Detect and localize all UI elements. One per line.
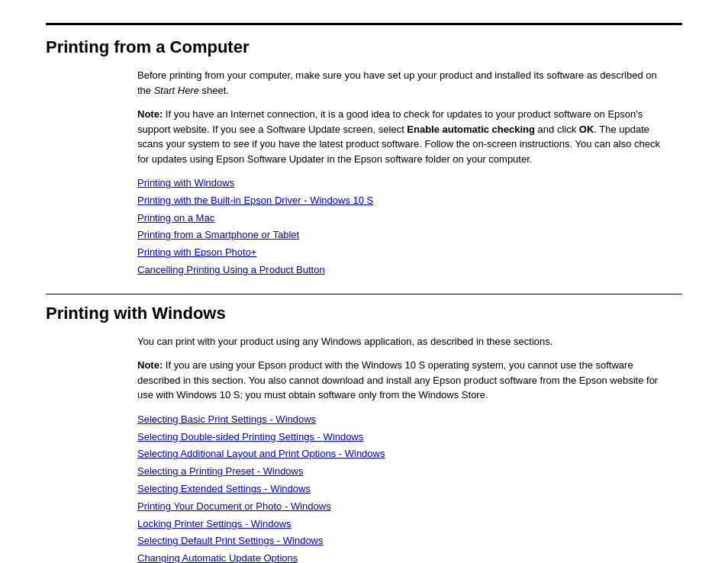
intro-end: sheet. <box>199 85 229 96</box>
section2-intro: You can print with your product using an… <box>137 334 667 349</box>
note-text2: and click <box>535 124 579 135</box>
section2-link-3[interactable]: Selecting a Printing Preset - Windows <box>137 464 667 480</box>
mid-rule <box>46 294 682 294</box>
section1-link-0[interactable]: Printing with Windows <box>137 175 667 191</box>
note2-label: Note: <box>137 359 163 371</box>
section1-links: Printing with WindowsPrinting with the B… <box>137 175 667 278</box>
section1-link-5[interactable]: Cancelling Printing Using a Product Butt… <box>137 262 667 278</box>
section1-note: Note: If you have an Internet connection… <box>137 107 667 166</box>
section1-link-4[interactable]: Printing with Epson Photo+ <box>137 245 667 261</box>
section2-link-8[interactable]: Changing Automatic Update Options <box>137 551 667 563</box>
note-ok: OK <box>579 124 594 135</box>
intro-italic: Start Here <box>154 85 199 96</box>
section2-link-4[interactable]: Selecting Extended Settings - Windows <box>137 481 667 497</box>
section2-gap: Printing with Windows <box>46 294 682 323</box>
section1-link-3[interactable]: Printing from a Smartphone or Tablet <box>137 227 667 243</box>
section1-link-2[interactable]: Printing on a Mac <box>137 211 667 227</box>
top-rule <box>46 23 682 25</box>
section2-link-6[interactable]: Locking Printer Settings - Windows <box>137 516 667 532</box>
section1-title: Printing from a Computer <box>46 37 682 57</box>
note-label: Note: <box>137 108 163 120</box>
section2-links: Selecting Basic Print Settings - Windows… <box>137 412 667 563</box>
section2-note: Note: If you are using your Epson produc… <box>137 358 667 403</box>
section2-link-1[interactable]: Selecting Double-sided Printing Settings… <box>137 429 667 446</box>
section2-title: Printing with Windows <box>46 304 682 323</box>
section2-content: You can print with your product using an… <box>137 334 667 563</box>
note2-text: If you are using your Epson product with… <box>137 359 658 401</box>
section1-content: Before printing from your computer, make… <box>137 68 667 278</box>
section2-link-7[interactable]: Selecting Default Print Settings - Windo… <box>137 533 667 549</box>
note-bold: Enable automatic checking <box>407 124 535 135</box>
page-container: Printing from a Computer Before printing… <box>0 0 728 563</box>
section2-link-5[interactable]: Printing Your Document or Photo - Window… <box>137 499 667 515</box>
section1-link-1[interactable]: Printing with the Built-in Epson Driver … <box>137 193 667 209</box>
section2-link-2[interactable]: Selecting Additional Layout and Print Op… <box>137 446 667 462</box>
section1-intro: Before printing from your computer, make… <box>137 68 667 98</box>
section2-link-0[interactable]: Selecting Basic Print Settings - Windows <box>137 412 667 428</box>
